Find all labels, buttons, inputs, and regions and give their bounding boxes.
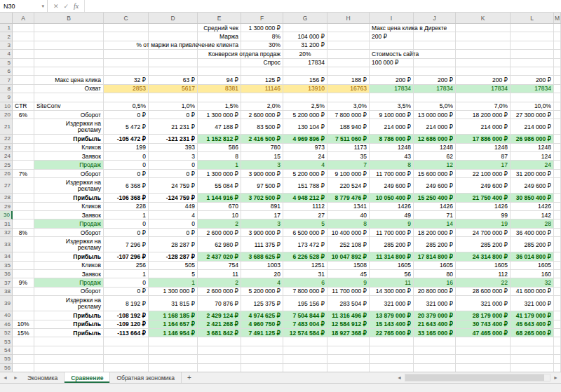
cell-I5[interactable]: 100 000 ₽ <box>370 59 414 67</box>
cell-L29[interactable]: 1426 <box>511 203 554 211</box>
cell-C26[interactable]: 0 ₽ <box>104 170 149 178</box>
cell-L31[interactable]: 28 <box>511 219 554 228</box>
cell-C36[interactable]: 1 <box>104 270 149 278</box>
cell-M22[interactable] <box>554 135 561 143</box>
cell-A20[interactable]: 6% <box>13 111 34 119</box>
row-header-46[interactable]: 46 <box>0 320 13 329</box>
cell-L32[interactable]: 36 400 000 ₽ <box>511 229 554 237</box>
cell-J38[interactable]: 20 800 000 ₽ <box>414 288 456 296</box>
cell-C40[interactable]: -108 192 ₽ <box>104 311 149 320</box>
cell-E39[interactable]: 70 876 ₽ <box>198 296 241 311</box>
cell-J6[interactable] <box>414 67 456 76</box>
column-header-I[interactable]: I <box>370 13 414 23</box>
cell-F26[interactable]: 3 900 000 ₽ <box>241 170 283 178</box>
cell-M37[interactable] <box>554 278 561 287</box>
cell-C8[interactable]: 2853 <box>104 85 149 93</box>
cell-L46[interactable]: 45 643 400 ₽ <box>511 320 554 329</box>
add-sheet-button[interactable]: + <box>182 372 197 383</box>
cell-J55[interactable] <box>414 355 456 363</box>
cell-B21[interactable]: Издержки на рекламу <box>34 119 104 135</box>
cancel-icon[interactable]: ✕ <box>53 3 59 10</box>
cell-C54[interactable] <box>104 346 149 355</box>
cell-K32[interactable]: 24 700 000 ₽ <box>456 229 511 237</box>
cell-J29[interactable]: 1426 <box>414 203 456 211</box>
cell-J39[interactable]: 321 000 ₽ <box>414 296 456 311</box>
cell-F52[interactable]: 7 491 125 ₽ <box>241 329 283 337</box>
cell-C21[interactable]: 5 472 ₽ <box>104 119 149 135</box>
cell-J36[interactable]: 80 <box>414 270 456 278</box>
cell-C1[interactable] <box>104 24 149 32</box>
cell-D56[interactable] <box>149 364 198 372</box>
row-header-1[interactable]: 1 <box>0 24 13 32</box>
cell-G4[interactable]: 20% <box>283 50 327 58</box>
cell-A56[interactable] <box>13 364 34 372</box>
cell-J2[interactable] <box>414 32 456 41</box>
cell-E7[interactable]: 94 ₽ <box>198 76 241 84</box>
cell-E53[interactable] <box>198 337 241 346</box>
cell-E34[interactable]: 2 437 020 ₽ <box>198 252 241 261</box>
cell-I39[interactable]: 321 000 ₽ <box>370 296 414 311</box>
column-header-F[interactable]: F <box>241 13 283 23</box>
cell-C53[interactable] <box>104 337 149 346</box>
cell-L25[interactable]: 24 <box>511 161 554 169</box>
row-header-6[interactable]: 6 <box>0 67 13 76</box>
cell-B52[interactable]: Прибыль <box>34 329 104 337</box>
cell-L22[interactable]: 26 986 000 ₽ <box>511 135 554 143</box>
cell-L39[interactable]: 321 000 ₽ <box>511 296 554 311</box>
cell-B34[interactable]: Прибыль <box>34 252 104 261</box>
cell-L24[interactable]: 124 <box>511 152 554 161</box>
cell-G55[interactable] <box>283 355 327 363</box>
cell-M6[interactable] <box>554 67 561 76</box>
cell-K8[interactable]: 17834 <box>456 85 511 93</box>
row-header-53[interactable]: 53 <box>0 337 13 346</box>
cell-C25[interactable]: 0 <box>104 161 149 169</box>
cell-I33[interactable]: 285 200 ₽ <box>370 237 414 252</box>
cell-H39[interactable]: 283 504 ₽ <box>327 296 370 311</box>
cell-K22[interactable]: 17 886 000 ₽ <box>456 135 511 143</box>
cell-J26[interactable]: 15 600 000 ₽ <box>414 170 456 178</box>
cell-J25[interactable]: 12 <box>414 161 456 169</box>
cell-H5[interactable] <box>327 59 370 67</box>
cell-L7[interactable]: 200 ₽ <box>511 76 554 84</box>
scroll-right-icon[interactable]: ► <box>550 375 561 380</box>
cell-A52[interactable]: 15% <box>13 329 34 337</box>
cell-E25[interactable]: 1 <box>198 161 241 169</box>
cell-J31[interactable]: 14 <box>414 219 456 228</box>
cell-M5[interactable] <box>554 59 561 67</box>
cell-H52[interactable]: 18 927 368 ₽ <box>327 329 370 337</box>
row-header-29[interactable]: 29 <box>0 203 13 211</box>
cell-E8[interactable]: 8381 <box>198 85 241 93</box>
cell-K27[interactable]: 249 600 ₽ <box>456 178 511 194</box>
cell-K10[interactable]: 7,0% <box>456 102 511 111</box>
cell-J5[interactable] <box>414 59 456 67</box>
cell-J27[interactable]: 249 600 ₽ <box>414 178 456 194</box>
cell-J23[interactable]: 1248 <box>414 144 456 152</box>
row-header-33[interactable]: 33 <box>0 237 13 252</box>
cell-E52[interactable]: 3 681 842 ₽ <box>198 329 241 337</box>
row-header-5[interactable]: 5 <box>0 59 13 67</box>
cell-D23[interactable]: 393 <box>149 144 198 152</box>
cell-F54[interactable] <box>241 346 283 355</box>
cell-A1[interactable] <box>13 24 34 32</box>
cell-I38[interactable]: 14 300 000 ₽ <box>370 288 414 296</box>
cell-C9[interactable] <box>104 93 149 102</box>
cell-I34[interactable]: 11 314 800 ₽ <box>370 252 414 261</box>
cell-I28[interactable]: 10 050 400 ₽ <box>370 194 414 202</box>
cell-A54[interactable] <box>13 346 34 355</box>
cell-F5[interactable]: Спрос <box>241 59 283 67</box>
cell-J46[interactable]: 21 643 400 ₽ <box>414 320 456 329</box>
cell-C29[interactable]: 228 <box>104 203 149 211</box>
cell-F10[interactable]: 2,0% <box>241 102 283 111</box>
cell-C28[interactable]: -106 368 ₽ <box>104 194 149 202</box>
cell-J4[interactable] <box>414 50 456 58</box>
cell-A53[interactable] <box>13 337 34 346</box>
cell-M38[interactable] <box>554 288 561 296</box>
cell-K29[interactable]: 1426 <box>456 203 511 211</box>
cell-E33[interactable]: 62 980 ₽ <box>198 237 241 252</box>
cell-J37[interactable]: 16 <box>414 278 456 287</box>
sheet-tab-2[interactable]: Сравнение <box>65 372 110 383</box>
cell-B56[interactable] <box>34 364 104 372</box>
cell-D31[interactable]: 0 <box>149 219 198 228</box>
cell-H38[interactable]: 11 700 000 ₽ <box>327 288 370 296</box>
cell-G31[interactable]: 5 <box>283 219 327 228</box>
